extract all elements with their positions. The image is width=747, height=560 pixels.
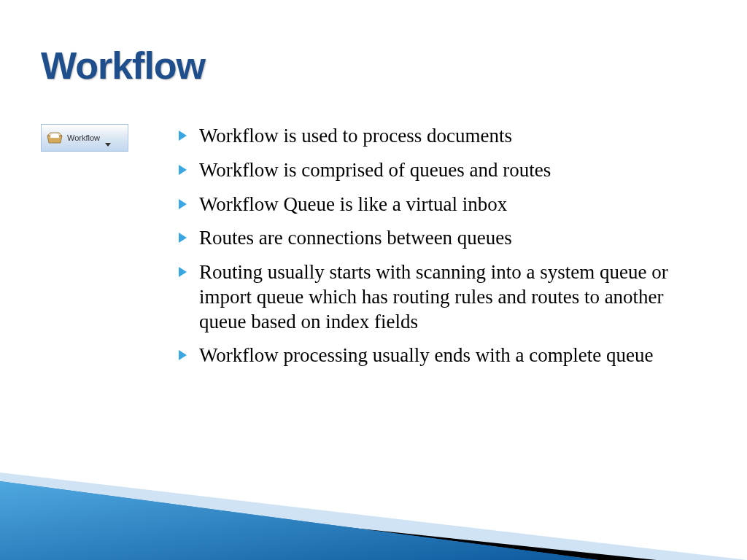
- triangle-bullet-icon: [179, 199, 187, 209]
- triangle-bullet-icon: [179, 233, 187, 243]
- list-item-text: Workflow Queue is like a virtual inbox: [199, 193, 507, 215]
- svg-marker-2: [0, 481, 598, 560]
- list-item-text: Routes are connections between queues: [199, 227, 512, 249]
- list-item: Routes are connections between queues: [179, 226, 703, 251]
- list-item: Workflow processing usually ends with a …: [179, 343, 703, 368]
- triangle-bullet-icon: [179, 131, 187, 141]
- workflow-dropdown-label: Workflow: [67, 133, 100, 142]
- chevron-down-icon: [105, 136, 111, 140]
- list-item-text: Workflow processing usually ends with a …: [199, 344, 653, 366]
- bullet-list: Workflow is used to process documents Wo…: [179, 124, 703, 368]
- list-item: Workflow Queue is like a virtual inbox: [179, 192, 703, 217]
- list-item-text: Workflow is comprised of queues and rout…: [199, 159, 551, 181]
- bottom-accent-decoration: [0, 465, 747, 560]
- inbox-tray-icon: [46, 131, 63, 144]
- svg-marker-0: [0, 472, 747, 560]
- triangle-bullet-icon: [179, 267, 187, 277]
- workflow-dropdown-button[interactable]: Workflow: [41, 124, 128, 152]
- list-item-text: Routing usually starts with scanning int…: [199, 261, 668, 332]
- list-item: Workflow is used to process documents: [179, 124, 703, 149]
- page-title: Workflow: [41, 44, 205, 88]
- svg-marker-3: [0, 481, 598, 560]
- list-item: Workflow is comprised of queues and rout…: [179, 158, 703, 183]
- triangle-bullet-icon: [179, 165, 187, 175]
- list-item-text: Workflow is used to process documents: [199, 125, 512, 147]
- main-content: Workflow is used to process documents Wo…: [179, 124, 703, 378]
- list-item: Routing usually starts with scanning int…: [179, 260, 703, 334]
- svg-marker-1: [0, 491, 657, 560]
- triangle-bullet-icon: [179, 350, 187, 360]
